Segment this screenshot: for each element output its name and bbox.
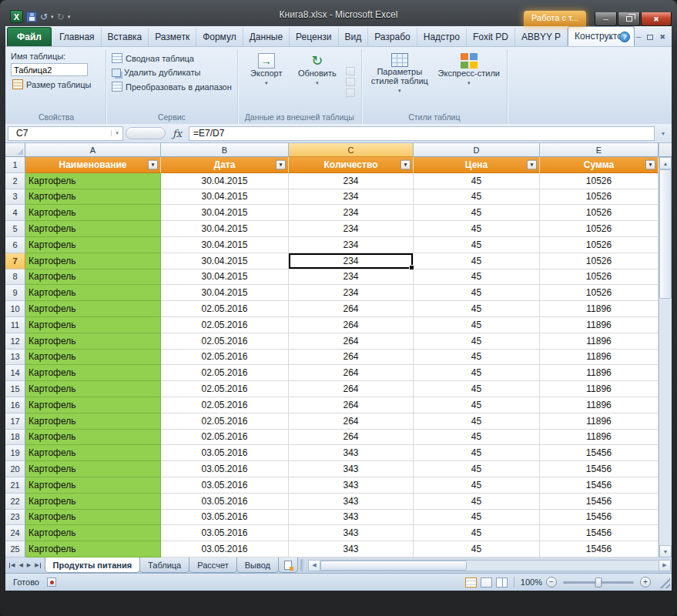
scroll-right-icon[interactable]: ▶ — [659, 560, 671, 571]
cell-E4[interactable]: 10526 — [540, 205, 659, 221]
header-cell-sum[interactable]: Сумма ▾ — [540, 157, 659, 173]
cell-A17[interactable]: Картофель — [25, 413, 161, 430]
cell-A25[interactable]: Картофель — [25, 541, 161, 557]
cell-A16[interactable]: Картофель — [25, 397, 161, 413]
row-header-24[interactable]: 24 — [5, 525, 25, 541]
cell-B18[interactable]: 02.05.2016 — [161, 430, 289, 446]
cell-E3[interactable]: 10526 — [540, 189, 659, 206]
macro-record-icon[interactable] — [47, 578, 56, 587]
row-header-12[interactable]: 12 — [5, 333, 25, 350]
cell-E7[interactable]: 10526 — [540, 253, 659, 270]
cell-B17[interactable]: 02.05.2016 — [161, 413, 289, 430]
header-cell-name[interactable]: Наименование ▾ — [25, 157, 161, 173]
unlink-icon[interactable] — [346, 89, 355, 97]
cell-D3[interactable]: 45 — [414, 189, 540, 206]
ribbon-tab-Рецензи[interactable]: Рецензи — [290, 28, 338, 46]
cell-C11[interactable]: 264 — [289, 317, 414, 333]
cell-C3[interactable]: 234 — [289, 189, 414, 206]
cell-C19[interactable]: 343 — [289, 445, 414, 461]
table-style-options-button[interactable]: Параметры стилей таблиц ▾ — [366, 51, 434, 112]
cell-A13[interactable]: Картофель — [25, 350, 161, 366]
row-header-1[interactable]: 1 — [5, 157, 25, 173]
cell-A6[interactable]: Картофель — [25, 237, 161, 253]
ribbon-tab-Данные[interactable]: Данные — [243, 28, 290, 46]
row-header-22[interactable]: 22 — [5, 494, 25, 510]
cell-C18[interactable]: 264 — [289, 430, 414, 446]
cell-C12[interactable]: 264 — [289, 333, 414, 350]
cell-C20[interactable]: 343 — [289, 461, 414, 477]
cell-A2[interactable]: Картофель — [25, 173, 161, 189]
cell-B23[interactable]: 03.05.2016 — [161, 510, 289, 526]
ribbon-tab-Файл[interactable]: Файл — [7, 27, 52, 46]
cell-A3[interactable]: Картофель — [25, 189, 161, 206]
cell-D23[interactable]: 45 — [414, 510, 540, 526]
cell-A24[interactable]: Картофель — [25, 525, 161, 541]
cell-A12[interactable]: Картофель — [25, 333, 161, 350]
cell-B3[interactable]: 30.04.2015 — [161, 189, 289, 206]
cell-E14[interactable]: 11896 — [540, 365, 659, 381]
export-button[interactable]: → Экспорт ▾ — [242, 51, 291, 112]
cell-A23[interactable]: Картофель — [25, 510, 161, 526]
sheet-tab-Вывод[interactable]: Вывод — [236, 557, 279, 573]
redo-icon[interactable]: ↻ — [57, 12, 65, 22]
save-icon[interactable] — [26, 12, 37, 22]
cell-B4[interactable]: 30.04.2015 — [161, 205, 289, 221]
cell-E22[interactable]: 15456 — [540, 494, 659, 510]
column-header-B[interactable]: B — [161, 143, 289, 157]
pivot-table-button[interactable]: Сводная таблица — [110, 52, 233, 64]
filter-dropdown-icon[interactable]: ▾ — [527, 159, 537, 169]
sheet-tab-Продукты питания[interactable]: Продукты питания — [45, 557, 141, 573]
resize-table-button[interactable]: Размер таблицы — [11, 79, 102, 90]
cell-E20[interactable]: 15456 — [540, 461, 659, 477]
row-header-16[interactable]: 16 — [5, 397, 25, 413]
cell-A5[interactable]: Картофель — [25, 221, 161, 237]
vertical-scrollbar-thumb[interactable] — [659, 169, 672, 299]
cell-C25[interactable]: 343 — [289, 541, 414, 557]
cell-E21[interactable]: 15456 — [540, 477, 659, 494]
cell-B21[interactable]: 03.05.2016 — [161, 477, 289, 494]
cell-C6[interactable]: 234 — [289, 237, 414, 253]
cell-C10[interactable]: 264 — [289, 301, 414, 317]
cell-B8[interactable]: 30.04.2015 — [161, 270, 289, 286]
row-header-5[interactable]: 5 — [5, 221, 25, 237]
close-button[interactable]: ✖ — [641, 12, 672, 26]
column-header-C[interactable]: C — [289, 143, 414, 157]
qat-customize-icon[interactable]: ▾ — [68, 14, 71, 20]
cell-D6[interactable]: 45 — [414, 237, 540, 253]
horizontal-scrollbar[interactable]: ◀ ▶ — [307, 557, 672, 573]
cell-D5[interactable]: 45 — [414, 221, 540, 237]
first-sheet-icon[interactable]: ◀ — [8, 562, 15, 568]
maximize-button[interactable] — [618, 12, 640, 26]
cell-D25[interactable]: 45 — [414, 541, 540, 557]
cell-C2[interactable]: 234 — [289, 173, 414, 189]
cell-B15[interactable]: 02.05.2016 — [161, 381, 289, 397]
cell-B25[interactable]: 03.05.2016 — [161, 541, 289, 557]
cell-E6[interactable]: 10526 — [540, 237, 659, 253]
vertical-scrollbar[interactable]: ▲ ▼ — [659, 157, 672, 557]
cell-D20[interactable]: 45 — [414, 461, 540, 477]
column-header-D[interactable]: D — [414, 143, 540, 157]
help-icon[interactable]: ? — [619, 32, 630, 42]
resize-grip[interactable] — [658, 576, 670, 588]
row-header-3[interactable]: 3 — [5, 189, 25, 206]
filter-dropdown-icon[interactable]: ▾ — [401, 159, 411, 169]
cell-D14[interactable]: 45 — [414, 365, 540, 381]
cell-D11[interactable]: 45 — [414, 317, 540, 333]
expand-formula-bar-icon[interactable]: ▾ — [657, 130, 669, 137]
sheet-tab-Рассчет[interactable]: Рассчет — [189, 557, 237, 573]
cell-C4[interactable]: 234 — [289, 205, 414, 221]
ribbon-tab-Вид[interactable]: Вид — [339, 28, 369, 46]
cell-C7[interactable]: 234 — [289, 253, 414, 270]
workbook-close-icon[interactable]: ✖ — [659, 33, 665, 41]
row-header-21[interactable]: 21 — [5, 477, 25, 494]
column-header-E[interactable]: E — [540, 143, 659, 157]
ribbon-tab-Формул[interactable]: Формул — [196, 28, 243, 46]
insert-function-icon[interactable]: ƒx — [168, 128, 186, 139]
name-box-dropdown-icon[interactable]: ▾ — [111, 130, 122, 136]
cell-B6[interactable]: 30.04.2015 — [161, 237, 289, 253]
cell-E12[interactable]: 11896 — [540, 333, 659, 350]
table-name-input[interactable] — [11, 63, 88, 76]
row-header-10[interactable]: 10 — [5, 301, 25, 317]
cell-D13[interactable]: 45 — [414, 350, 540, 366]
cell-B22[interactable]: 03.05.2016 — [161, 494, 289, 510]
